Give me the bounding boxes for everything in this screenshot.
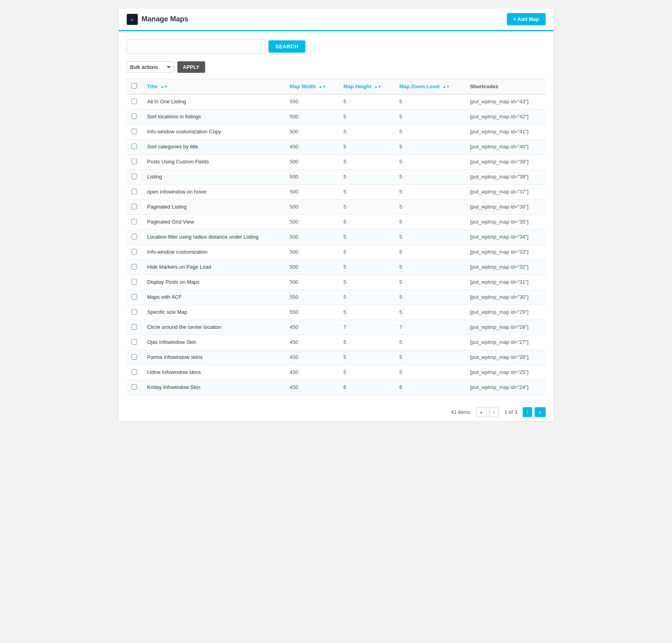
row-map-width: 450 xyxy=(285,335,339,350)
row-title: open infowindow on hover xyxy=(143,185,285,200)
table-row: open infowindow on hover 500 5 5 [put_wp… xyxy=(127,185,546,200)
row-shortcode: [put_wplmp_map id="38"] xyxy=(465,170,546,185)
col-header-title[interactable]: Title ▲▼ xyxy=(143,79,285,95)
row-checkbox[interactable] xyxy=(131,129,137,134)
row-checkbox-cell xyxy=(127,365,143,380)
row-map-height: 5 xyxy=(339,275,394,290)
table-row: Location filter using radius distance un… xyxy=(127,230,546,245)
row-checkbox[interactable] xyxy=(131,204,137,209)
table-row: Posts Using Custom Fields 500 5 5 [put_w… xyxy=(127,155,546,170)
row-checkbox[interactable] xyxy=(131,369,137,375)
row-checkbox[interactable] xyxy=(131,339,137,345)
pagination-last-button[interactable]: » xyxy=(535,407,545,417)
row-map-zoom: 5 xyxy=(394,335,465,350)
row-title: Kriday Infowindow Skin xyxy=(143,380,285,395)
row-checkbox[interactable] xyxy=(131,384,137,390)
table-row: Display Posts on Maps 500 5 5 [put_wplmp… xyxy=(127,275,546,290)
row-title: Parma Infowindow skins xyxy=(143,350,285,365)
row-checkbox-cell xyxy=(127,155,143,170)
row-checkbox[interactable] xyxy=(131,309,137,315)
map-zoom-sort-icon[interactable]: ▲▼ xyxy=(443,85,450,88)
col-header-map-height[interactable]: Map Height ▲▼ xyxy=(339,79,394,95)
add-map-button[interactable]: + Add Map xyxy=(507,13,546,25)
map-width-sort-icon[interactable]: ▲▼ xyxy=(319,85,326,88)
row-checkbox-cell xyxy=(127,230,143,245)
col-header-shortcodes: Shortcodes xyxy=(465,79,546,95)
row-checkbox[interactable] xyxy=(131,264,137,269)
apply-button[interactable]: APPLY xyxy=(177,61,205,73)
row-checkbox[interactable] xyxy=(131,249,137,254)
row-checkbox-cell xyxy=(127,335,143,350)
row-map-width: 450 xyxy=(285,140,339,155)
row-shortcode: [put_wplmp_map id="40"] xyxy=(465,140,546,155)
row-checkbox[interactable] xyxy=(131,324,137,330)
row-map-height: 5 xyxy=(339,185,394,200)
row-title: Posts Using Custom Fields xyxy=(143,155,285,170)
row-checkbox-cell xyxy=(127,94,143,110)
maps-table: Title ▲▼ Map Width ▲▼ Map Height ▲▼ Map … xyxy=(127,79,546,395)
search-button[interactable]: SEARCH xyxy=(268,40,306,53)
row-map-width: 500 xyxy=(285,260,339,275)
map-height-sort-icon[interactable]: ▲▼ xyxy=(374,85,381,88)
table-row: Info-window customization Copy 500 5 5 [… xyxy=(127,125,546,140)
logo-icon: « xyxy=(127,14,138,25)
row-checkbox[interactable] xyxy=(131,159,137,164)
col-header-map-width[interactable]: Map Width ▲▼ xyxy=(285,79,339,95)
row-checkbox[interactable] xyxy=(131,279,137,285)
row-title: Udine Infowindow skins xyxy=(143,365,285,380)
row-title: Maps with ACF xyxy=(143,290,285,305)
row-map-height: 5 xyxy=(339,125,394,140)
row-title: Display Posts on Maps xyxy=(143,275,285,290)
row-map-zoom: 5 xyxy=(394,110,465,125)
pagination-prev-button[interactable]: ‹ xyxy=(489,407,499,417)
table-row: Specific size Map 550 5 5 [put_wplmp_map… xyxy=(127,305,546,320)
row-map-width: 500 xyxy=(285,125,339,140)
items-count: 41 items xyxy=(451,409,470,415)
row-checkbox-cell xyxy=(127,320,143,335)
row-shortcode: [put_wplmp_map id="27"] xyxy=(465,335,546,350)
row-checkbox[interactable] xyxy=(131,234,137,239)
pagination-next-button[interactable]: › xyxy=(523,407,532,417)
row-title: Listing xyxy=(143,170,285,185)
row-checkbox[interactable] xyxy=(131,219,137,224)
row-checkbox-cell xyxy=(127,290,143,305)
search-input[interactable] xyxy=(127,39,265,53)
row-title: Circle around the center location xyxy=(143,320,285,335)
title-sort-icon[interactable]: ▲▼ xyxy=(161,85,168,88)
row-map-zoom: 5 xyxy=(394,140,465,155)
bulk-actions-dropdown[interactable]: Bulk actions Delete xyxy=(127,61,174,73)
row-checkbox[interactable] xyxy=(131,294,137,300)
row-shortcode: [put_wplmp_map id="33"] xyxy=(465,245,546,260)
row-checkbox-cell xyxy=(127,200,143,215)
row-map-height: 5 xyxy=(339,94,394,110)
row-checkbox-cell xyxy=(127,185,143,200)
row-map-width: 550 xyxy=(285,94,339,110)
col-header-map-zoom[interactable]: Map Zoom Level ▲▼ xyxy=(394,79,465,95)
row-shortcode: [put_wplmp_map id="28"] xyxy=(465,320,546,335)
row-map-width: 550 xyxy=(285,290,339,305)
table-row: Sort locations in listings 500 5 5 [put_… xyxy=(127,110,546,125)
row-map-zoom: 5 xyxy=(394,185,465,200)
row-checkbox[interactable] xyxy=(131,99,137,104)
row-map-zoom: 6 xyxy=(394,380,465,395)
row-shortcode: [put_wplmp_map id="39"] xyxy=(465,155,546,170)
select-all-checkbox[interactable] xyxy=(131,83,137,89)
row-checkbox-cell xyxy=(127,260,143,275)
row-title: Sort locations in listings xyxy=(143,110,285,125)
row-map-height: 5 xyxy=(339,155,394,170)
row-map-width: 500 xyxy=(285,230,339,245)
row-checkbox-cell xyxy=(127,170,143,185)
row-shortcode: [put_wplmp_map id="26"] xyxy=(465,350,546,365)
table-row: Hide Markers on Page Load 500 5 5 [put_w… xyxy=(127,260,546,275)
row-shortcode: [put_wplmp_map id="35"] xyxy=(465,215,546,230)
row-checkbox[interactable] xyxy=(131,174,137,179)
row-map-zoom: 5 xyxy=(394,365,465,380)
pagination-first-button[interactable]: « xyxy=(476,407,487,417)
row-title: Sort categories by title xyxy=(143,140,285,155)
row-checkbox[interactable] xyxy=(131,114,137,119)
table-row: Maps with ACF 550 5 5 [put_wplmp_map id=… xyxy=(127,290,546,305)
row-checkbox[interactable] xyxy=(131,354,137,360)
row-checkbox[interactable] xyxy=(131,189,137,194)
row-checkbox[interactable] xyxy=(131,144,137,149)
row-shortcode: [put_wplmp_map id="43"] xyxy=(465,94,546,110)
